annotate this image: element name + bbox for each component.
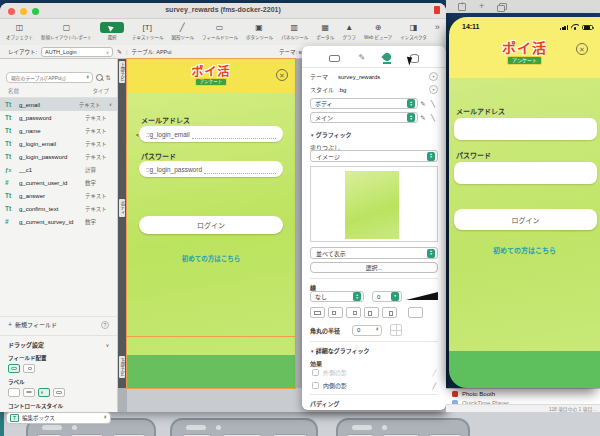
toolbar-tool-button[interactable]: ▦ ポータル xyxy=(316,22,334,40)
field-row[interactable]: # g_current_survey_id 数字 ∨ xyxy=(0,215,117,228)
corner-topright-button[interactable] xyxy=(346,307,361,318)
part-label-top-nav[interactable]: 上部ナビ xyxy=(119,61,125,83)
new-field-button[interactable]: + 新規フィールド ? xyxy=(0,316,117,332)
layout-design[interactable]: ポイ活 アンケート ✕ <<ƒ:List ( $$MESSAGE ; $$MES… xyxy=(127,59,295,388)
help-icon[interactable]: ? xyxy=(101,321,109,329)
toolbar-tool-button[interactable]: ▭ フィールドツール xyxy=(202,22,238,40)
search-icon[interactable] xyxy=(96,74,103,81)
choose-image-button[interactable]: 選択... xyxy=(310,262,438,273)
outer-shadow-checkbox[interactable] xyxy=(312,369,319,376)
control-style-selector[interactable]: T 編集ボックス xyxy=(6,412,111,424)
padding-section-header[interactable]: パディング xyxy=(310,399,340,408)
label-position-icon[interactable] xyxy=(8,388,20,397)
part-boundary-line[interactable] xyxy=(127,336,295,337)
body-style-selector[interactable]: ボディ xyxy=(310,98,418,109)
main-style-selector[interactable]: メイン xyxy=(310,112,418,123)
field-row[interactable]: Tt g_login_password テキスト ∨ xyxy=(0,150,117,163)
fill-type-selector[interactable]: イメージ xyxy=(310,150,438,162)
sort-icon[interactable]: ⇅ xyxy=(106,74,111,82)
column-header-type[interactable]: タイプ xyxy=(92,87,109,95)
toolbar-tool-button[interactable]: [T] テキストツール xyxy=(132,22,163,40)
login-button[interactable]: ログイン xyxy=(454,209,597,230)
login-button[interactable]: ログイン xyxy=(139,216,283,234)
iphone-mirror-window: 14:11 ポイ活 アンケート ✕ メールアドレス パスワード ログイン 初めて… xyxy=(449,17,600,388)
toolbar-tool-button[interactable]: ⊕ Web ビューア xyxy=(364,22,392,40)
close-icon[interactable]: ✕ xyxy=(276,69,288,81)
inner-shadow-checkbox[interactable] xyxy=(312,382,319,389)
pencil-icon[interactable]: ╱ xyxy=(432,369,436,376)
position-icon xyxy=(329,55,340,62)
theme-menu-icon[interactable] xyxy=(429,72,438,81)
layout-body-part[interactable]: <<ƒ:List ( $$MESSAGE ; $$MESSAGE[2] )>> … xyxy=(127,93,295,355)
label-position-icon[interactable] xyxy=(38,388,50,397)
field-row[interactable]: Tt g_login_email テキスト ∨ xyxy=(0,137,117,150)
pencil-icon[interactable]: ╱ xyxy=(432,382,436,389)
field-row[interactable]: Tt g_confirm_text テキスト ∨ xyxy=(0,202,117,215)
tab-pen[interactable]: ✎ xyxy=(358,54,365,63)
label-position-icon[interactable] xyxy=(23,388,35,397)
toolbar-tool-button[interactable]: » xyxy=(435,22,440,34)
part-label-bottom-nav[interactable]: 下部ナビ xyxy=(119,356,125,378)
tabs-icon[interactable] xyxy=(497,3,505,10)
logo-banner-text: アンケート xyxy=(195,78,227,86)
label-position-icon[interactable] xyxy=(53,388,65,397)
edit-layout-pencil-icon[interactable]: ✎ xyxy=(117,48,122,55)
toolbar-tool-button[interactable]: ▣ ボタンツール xyxy=(246,22,273,40)
field-row[interactable]: # g_current_user_id 数字 ∨ xyxy=(0,176,117,189)
tool-label: グラフ xyxy=(342,34,356,40)
toolbar-tool-button[interactable]: 選択 xyxy=(100,22,124,40)
layout-bottom-nav-part[interactable] xyxy=(127,355,295,388)
toolbar-tool-button[interactable]: ◨ インスペクタ xyxy=(400,22,426,40)
table-occurrence-selector[interactable]: 現在のテーブル(「APPui」) xyxy=(6,72,93,83)
corner-radius-input[interactable]: 0 xyxy=(352,325,382,336)
plus-icon[interactable]: + xyxy=(479,2,484,11)
field-row[interactable]: Tt g_name テキスト ∨ xyxy=(0,124,117,137)
eyedropper-icon[interactable]: ✎ xyxy=(418,100,428,108)
share-icon[interactable] xyxy=(458,3,466,11)
tab-position[interactable] xyxy=(329,55,340,63)
close-icon[interactable]: ✕ xyxy=(576,43,588,55)
style-menu-icon[interactable] xyxy=(429,85,438,94)
placement-option-icon[interactable] xyxy=(23,364,35,373)
no-style-icon[interactable]: ╲ xyxy=(428,100,438,108)
corner-bottomleft-button[interactable] xyxy=(364,307,379,318)
field-name: g_login_password xyxy=(19,154,82,160)
corner-bottomright-button[interactable] xyxy=(382,307,397,318)
toolbar-tool-button[interactable]: ◫ オブジェクト xyxy=(6,22,33,40)
password-field[interactable]: ::g_login_password xyxy=(139,161,283,177)
corner-all-button[interactable] xyxy=(310,307,325,318)
password-input[interactable] xyxy=(454,162,597,184)
signup-link[interactable]: 初めての方はこちら xyxy=(449,245,600,255)
toolbar-tool-button[interactable]: ▥ パネルツール xyxy=(281,22,308,40)
email-field[interactable]: ::g_login_email xyxy=(139,126,283,142)
graphic-section-header[interactable]: グラフィック xyxy=(310,130,352,139)
eyedropper-icon[interactable]: ✎ xyxy=(418,114,428,122)
field-row[interactable]: Tt g_answer テキスト ∨ xyxy=(0,189,117,202)
line-width-input[interactable]: 0 xyxy=(372,291,402,302)
tile-mode-selector[interactable]: 並べて表示 xyxy=(310,247,438,259)
corner-topleft-button[interactable] xyxy=(328,307,343,318)
field-row[interactable]: Tt g_password テキスト ∨ xyxy=(0,111,117,124)
email-input[interactable] xyxy=(454,118,597,140)
finder-list-item[interactable]: Photo Booth xyxy=(446,389,600,398)
no-style-icon[interactable]: ╲ xyxy=(428,114,438,122)
stepper-icon xyxy=(427,249,435,258)
field-row[interactable]: ƒx __c1 計算 ∨ xyxy=(0,163,117,176)
line-thickness-preview[interactable] xyxy=(406,292,438,301)
toolbar-tool-button[interactable]: ▢ 新規レイアウト/レポート xyxy=(41,22,92,40)
part-label-body[interactable]: ボディ xyxy=(119,199,125,217)
line-style-selector[interactable]: なし xyxy=(310,291,364,302)
tab-appearance[interactable] xyxy=(383,53,391,64)
drag-settings-section[interactable]: ドラッグ設定 xyxy=(0,335,117,351)
signup-link[interactable]: 初めての方はこちら xyxy=(127,253,295,263)
corner-none-button[interactable] xyxy=(408,307,423,318)
advanced-graphic-section-header[interactable]: 詳細なグラフィック xyxy=(310,346,370,355)
field-row[interactable]: Tt g_email テキスト ∨ xyxy=(0,98,117,111)
layout-selector[interactable]: AUTH_Login xyxy=(41,47,113,57)
toolbar-tool-button[interactable]: ▲ グラフ xyxy=(342,22,356,40)
layout-top-nav-part[interactable]: ポイ活 アンケート ✕ xyxy=(127,59,295,93)
column-header-name[interactable]: 名前 xyxy=(8,87,19,95)
toolbar-tool-button[interactable]: ╱ 図形ツール xyxy=(172,22,195,40)
placement-option-icon[interactable] xyxy=(8,364,20,373)
main-style-value: メイン xyxy=(315,113,333,122)
